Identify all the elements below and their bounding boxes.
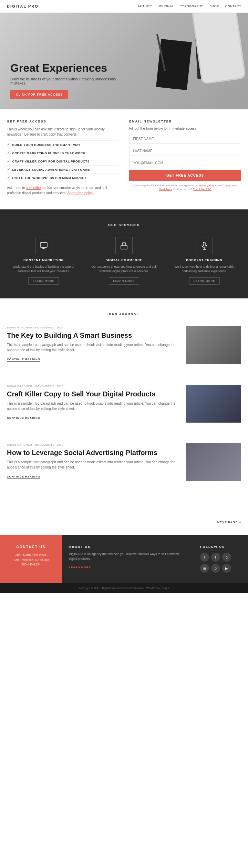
twitter-icon[interactable]: t bbox=[211, 553, 220, 562]
copyright-text: Copyright © 2021 · Digital Pro on Genesi… bbox=[78, 586, 169, 590]
service-cta-3[interactable]: LEARN MORE bbox=[189, 277, 220, 285]
journal-text-2: BRIAN GARDNER · NOVEMBER 1, 2019 Craft K… bbox=[7, 385, 179, 423]
checklist-item-5: ✓ENTER THE WORDPRESS PREMIUM MARKET bbox=[7, 174, 119, 182]
check-icon-3: ✓ bbox=[7, 159, 10, 164]
service-cta-2[interactable]: LEARN MORE bbox=[109, 277, 140, 285]
service-title-2: DIGITAL COMMERCE bbox=[87, 258, 161, 262]
service-desc-3: We'll teach you how to deliver a remarka… bbox=[168, 265, 241, 273]
nav-link-author[interactable]: AUTHOR bbox=[138, 4, 152, 8]
checklist-item-2: ✓CREATE MARKETING FUNNELS THAT WORK bbox=[7, 149, 119, 157]
footer-about-description: Digital Pro is an agency that will help … bbox=[69, 552, 186, 561]
footer-about-link[interactable]: LEARN MORE bbox=[69, 566, 91, 569]
first-name-input[interactable] bbox=[129, 134, 241, 144]
nav-link-typography[interactable]: TYPOGRAPHY bbox=[180, 4, 204, 8]
svg-rect-4 bbox=[203, 242, 205, 246]
journal-continue-3[interactable]: CONTINUE READING bbox=[7, 475, 40, 479]
service-cta-1[interactable]: LEARN MORE bbox=[28, 277, 59, 285]
free-access-note: Ask them to subscribe to discover smarte… bbox=[7, 185, 119, 196]
footer-follow-col: FOLLOW US f t g in p ▶ bbox=[193, 535, 248, 583]
check-icon-1: ✓ bbox=[7, 142, 10, 147]
journal-excerpt-2: This is a sample intro paragraph and can… bbox=[7, 401, 179, 411]
journal-continue-2[interactable]: CONTINUE READING bbox=[7, 416, 40, 420]
check-icon-4: ✓ bbox=[7, 167, 10, 172]
nav-logo[interactable]: DIGITAL PRO bbox=[7, 4, 39, 8]
footer-about-col: ABOUT US Digital Pro is an agency that w… bbox=[62, 535, 193, 583]
journal-meta-1: BRIAN GARDNER · NOVEMBER 1, 2019 bbox=[7, 326, 179, 329]
facebook-icon[interactable]: f bbox=[200, 553, 209, 562]
service-desc-2: Our academy shows you how to create and … bbox=[87, 265, 161, 273]
pinterest-icon[interactable]: p bbox=[211, 564, 220, 573]
check-icon-2: ✓ bbox=[7, 151, 10, 155]
checklist: ✓BUILD YOUR BUSINESS THE SMART WAY ✓CREA… bbox=[7, 140, 119, 182]
svg-rect-3 bbox=[121, 245, 127, 249]
nav-link-journal[interactable]: JOURNAL bbox=[158, 4, 174, 8]
svg-rect-0 bbox=[40, 243, 47, 247]
social-icons: f t g in p ▶ bbox=[200, 553, 241, 573]
journal-image-3 bbox=[186, 443, 241, 481]
newsletter-description: Fill out the form below for immediate ac… bbox=[129, 127, 241, 130]
service-title-3: PODCAST TRAINING bbox=[168, 258, 241, 262]
lock-icon bbox=[115, 237, 133, 254]
nav-link-shop[interactable]: SHOP bbox=[209, 4, 219, 8]
footer-follow-label: FOLLOW US bbox=[200, 545, 241, 549]
footer-about-label: ABOUT US bbox=[69, 545, 186, 549]
service-podcast-training: PODCAST TRAINING We'll teach you how to … bbox=[168, 237, 241, 285]
journal-meta-3: BRIAN GARDNER · NOVEMBER 1, 2019 bbox=[7, 443, 179, 446]
journal-image-2 bbox=[186, 385, 241, 423]
journal-continue-1[interactable]: CONTINUE READING bbox=[7, 358, 40, 362]
linkedin-icon[interactable]: in bbox=[200, 564, 209, 573]
journal-item-3: BRIAN GARDNER · NOVEMBER 1, 2019 How to … bbox=[7, 443, 241, 488]
last-name-input[interactable] bbox=[129, 146, 241, 156]
hero-section: Great Experiences Build the business of … bbox=[0, 13, 248, 109]
checklist-item-4: ✓LEVERAGE SOCIAL ADVERTISING PLATFORMS bbox=[7, 165, 119, 174]
email-input[interactable] bbox=[129, 158, 241, 168]
footer-address: 3860 North Park Place bbox=[7, 553, 55, 558]
free-access-label: GET FREE ACCESS bbox=[7, 120, 119, 123]
footer-phone: 360-440-1234 bbox=[7, 562, 55, 567]
hero-title: Great Experiences bbox=[10, 62, 121, 74]
journal-item-2: BRIAN GARDNER · NOVEMBER 1, 2019 Craft K… bbox=[7, 385, 241, 430]
mic-icon bbox=[196, 237, 213, 254]
newsletter-policy: By joining the Digital Pro newsletter, y… bbox=[129, 184, 241, 191]
service-desc-1: Understand the basics of building the ty… bbox=[7, 265, 80, 273]
free-access-section: GET FREE ACCESS This is where you can as… bbox=[0, 109, 248, 209]
free-access-description: This is where you can ask site visitors … bbox=[7, 127, 119, 137]
footer-city: San Francisco, CA 94100 bbox=[7, 558, 55, 563]
check-icon-5: ✓ bbox=[7, 176, 10, 180]
newsletter-col: EMAIL NEWSLETTER Fill out the form below… bbox=[129, 120, 241, 199]
google-icon[interactable]: g bbox=[222, 553, 231, 562]
services-section: OUR SERVICES CONTENT MARKETING Understan… bbox=[0, 209, 248, 298]
services-label: OUR SERVICES bbox=[7, 223, 241, 227]
footer-contact-col: CONTACT US 3860 North Park Place San Fra… bbox=[0, 535, 62, 583]
nav-link-contact[interactable]: CONTACT bbox=[225, 4, 241, 8]
monitor-icon bbox=[35, 237, 52, 254]
journal-section: OUR JOURNAL BRIAN GARDNER · NOVEMBER 1, … bbox=[0, 298, 248, 516]
service-digital-commerce: DIGITAL COMMERCE Our academy shows you h… bbox=[87, 237, 161, 285]
journal-label: OUR JOURNAL bbox=[7, 312, 241, 316]
service-content-marketing: CONTENT MARKETING Understand the basics … bbox=[7, 237, 80, 285]
journal-title-3: How to Leverage Social Advertising Platf… bbox=[7, 448, 179, 457]
checklist-item-3: ✓CRAFT KILLER COPY FOR DIGITAL PRODUCTS bbox=[7, 157, 119, 165]
footer: CONTACT US 3860 North Park Place San Fra… bbox=[0, 535, 248, 583]
journal-item-1: BRIAN GARDNER · NOVEMBER 1, 2019 The Key… bbox=[7, 326, 241, 371]
free-access-col: GET FREE ACCESS This is where you can as… bbox=[7, 120, 119, 199]
hero-cta-button[interactable]: CLICK FOR FREE ACCESS bbox=[10, 90, 68, 99]
newsletter-label: EMAIL NEWSLETTER bbox=[129, 120, 241, 123]
journal-text-1: BRIAN GARDNER · NOVEMBER 1, 2019 The Key… bbox=[7, 326, 179, 364]
footer-contact-label: CONTACT US bbox=[7, 545, 55, 549]
youtube-icon[interactable]: ▶ bbox=[222, 564, 231, 573]
copyright-bar: Copyright © 2021 · Digital Pro on Genesi… bbox=[0, 583, 248, 593]
next-page-link[interactable]: NEXT PAGE » bbox=[217, 521, 241, 524]
navigation: DIGITAL PRO AUTHOR JOURNAL TYPOGRAPHY SH… bbox=[0, 0, 248, 13]
journal-excerpt-1: This is a sample intro paragraph and can… bbox=[7, 342, 179, 353]
pagination: NEXT PAGE » bbox=[0, 516, 248, 535]
nav-links: AUTHOR JOURNAL TYPOGRAPHY SHOP CONTACT bbox=[138, 4, 241, 8]
checklist-item-1: ✓BUILD YOUR BUSINESS THE SMART WAY bbox=[7, 140, 119, 149]
journal-excerpt-3: This is a sample intro paragraph and can… bbox=[7, 460, 179, 470]
journal-title-1: The Key to Building A Smart Business bbox=[7, 331, 179, 339]
hero-subtitle: Build the business of your dreams withou… bbox=[10, 77, 121, 85]
newsletter-cta-button[interactable]: GET FREE ACCESS bbox=[129, 170, 241, 181]
journal-image-1 bbox=[186, 326, 241, 364]
services-grid: CONTENT MARKETING Understand the basics … bbox=[7, 237, 241, 285]
service-title-1: CONTENT MARKETING bbox=[7, 258, 80, 262]
